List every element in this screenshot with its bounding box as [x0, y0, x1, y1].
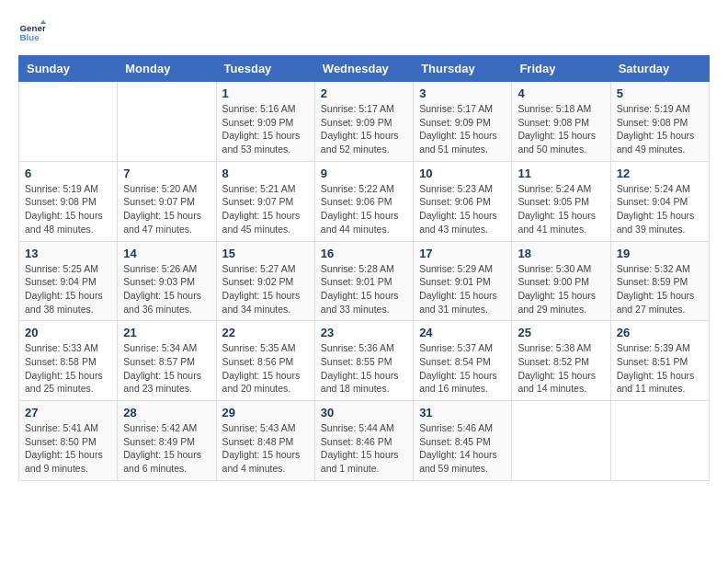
calendar-cell: 11Sunrise: 5:24 AM Sunset: 9:05 PM Dayli…	[512, 161, 610, 241]
calendar-cell: 4Sunrise: 5:18 AM Sunset: 9:08 PM Daylig…	[512, 82, 610, 162]
calendar-cell: 1Sunrise: 5:16 AM Sunset: 9:09 PM Daylig…	[216, 82, 314, 162]
calendar-cell: 6Sunrise: 5:19 AM Sunset: 9:08 PM Daylig…	[19, 161, 118, 241]
day-number: 27	[25, 406, 111, 419]
day-info: Sunrise: 5:18 AM Sunset: 9:08 PM Dayligh…	[518, 102, 604, 156]
day-info: Sunrise: 5:19 AM Sunset: 9:08 PM Dayligh…	[617, 102, 703, 156]
calendar-cell: 24Sunrise: 5:37 AM Sunset: 8:54 PM Dayli…	[414, 321, 512, 401]
svg-text:General: General	[20, 23, 47, 33]
calendar-cell: 25Sunrise: 5:38 AM Sunset: 8:52 PM Dayli…	[512, 321, 610, 401]
day-number: 8	[222, 167, 309, 180]
calendar-cell: 7Sunrise: 5:20 AM Sunset: 9:07 PM Daylig…	[118, 161, 216, 241]
day-info: Sunrise: 5:25 AM Sunset: 9:04 PM Dayligh…	[25, 262, 111, 316]
calendar-week-row: 13Sunrise: 5:25 AM Sunset: 9:04 PM Dayli…	[19, 241, 710, 321]
calendar-cell	[19, 82, 118, 162]
calendar-week-row: 27Sunrise: 5:41 AM Sunset: 8:50 PM Dayli…	[19, 401, 710, 481]
calendar-cell: 16Sunrise: 5:28 AM Sunset: 9:01 PM Dayli…	[314, 241, 413, 321]
svg-marker-2	[40, 20, 46, 25]
day-number: 5	[617, 86, 703, 100]
day-info: Sunrise: 5:17 AM Sunset: 9:09 PM Dayligh…	[419, 102, 506, 156]
day-number: 29	[222, 406, 309, 419]
calendar-cell: 2Sunrise: 5:17 AM Sunset: 9:09 PM Daylig…	[314, 82, 413, 162]
logo-icon: General Blue	[18, 18, 46, 46]
day-number: 2	[321, 86, 407, 100]
calendar-cell: 26Sunrise: 5:39 AM Sunset: 8:51 PM Dayli…	[610, 321, 709, 401]
calendar-header: SundayMondayTuesdayWednesdayThursdayFrid…	[19, 56, 710, 82]
day-number: 1	[222, 86, 309, 100]
calendar-cell: 8Sunrise: 5:21 AM Sunset: 9:07 PM Daylig…	[216, 161, 314, 241]
day-number: 13	[25, 247, 111, 260]
day-number: 25	[518, 326, 604, 339]
day-number: 6	[25, 167, 111, 180]
day-number: 22	[222, 326, 309, 339]
calendar-cell: 19Sunrise: 5:32 AM Sunset: 8:59 PM Dayli…	[610, 241, 709, 321]
calendar-cell: 9Sunrise: 5:22 AM Sunset: 9:06 PM Daylig…	[314, 161, 413, 241]
logo: General Blue	[18, 18, 48, 46]
calendar-cell	[512, 401, 610, 481]
day-info: Sunrise: 5:33 AM Sunset: 8:58 PM Dayligh…	[25, 341, 111, 396]
day-number: 11	[518, 167, 604, 180]
calendar-cell: 29Sunrise: 5:43 AM Sunset: 8:48 PM Dayli…	[216, 401, 314, 481]
day-info: Sunrise: 5:27 AM Sunset: 9:02 PM Dayligh…	[222, 262, 309, 316]
calendar: SundayMondayTuesdayWednesdayThursdayFrid…	[18, 55, 710, 481]
calendar-cell: 23Sunrise: 5:36 AM Sunset: 8:55 PM Dayli…	[314, 321, 413, 401]
day-number: 9	[321, 167, 407, 180]
day-number: 28	[123, 406, 210, 419]
svg-text:Blue: Blue	[20, 32, 40, 42]
calendar-cell: 17Sunrise: 5:29 AM Sunset: 9:01 PM Dayli…	[414, 241, 512, 321]
day-number: 14	[123, 247, 210, 260]
weekday-header: Friday	[512, 56, 610, 82]
calendar-week-row: 20Sunrise: 5:33 AM Sunset: 8:58 PM Dayli…	[19, 321, 710, 401]
day-info: Sunrise: 5:16 AM Sunset: 9:09 PM Dayligh…	[222, 102, 309, 156]
calendar-cell	[118, 82, 216, 162]
day-info: Sunrise: 5:22 AM Sunset: 9:06 PM Dayligh…	[321, 182, 407, 236]
weekday-header: Thursday	[414, 56, 512, 82]
day-info: Sunrise: 5:44 AM Sunset: 8:46 PM Dayligh…	[321, 421, 407, 476]
day-info: Sunrise: 5:17 AM Sunset: 9:09 PM Dayligh…	[321, 102, 407, 156]
day-info: Sunrise: 5:36 AM Sunset: 8:55 PM Dayligh…	[321, 341, 407, 396]
day-number: 26	[617, 326, 703, 339]
page-header: General Blue	[18, 18, 710, 46]
weekday-header: Monday	[118, 56, 216, 82]
weekday-header: Tuesday	[216, 56, 314, 82]
calendar-cell	[610, 401, 709, 481]
weekday-header-row: SundayMondayTuesdayWednesdayThursdayFrid…	[19, 56, 710, 82]
calendar-cell: 20Sunrise: 5:33 AM Sunset: 8:58 PM Dayli…	[19, 321, 118, 401]
calendar-cell: 18Sunrise: 5:30 AM Sunset: 9:00 PM Dayli…	[512, 241, 610, 321]
day-info: Sunrise: 5:21 AM Sunset: 9:07 PM Dayligh…	[222, 182, 309, 236]
calendar-cell: 28Sunrise: 5:42 AM Sunset: 8:49 PM Dayli…	[118, 401, 216, 481]
day-number: 18	[518, 247, 604, 260]
day-info: Sunrise: 5:37 AM Sunset: 8:54 PM Dayligh…	[419, 341, 506, 396]
weekday-header: Wednesday	[314, 56, 413, 82]
calendar-cell: 14Sunrise: 5:26 AM Sunset: 9:03 PM Dayli…	[118, 241, 216, 321]
calendar-cell: 10Sunrise: 5:23 AM Sunset: 9:06 PM Dayli…	[414, 161, 512, 241]
day-number: 12	[617, 167, 703, 180]
calendar-week-row: 6Sunrise: 5:19 AM Sunset: 9:08 PM Daylig…	[19, 161, 710, 241]
calendar-cell: 21Sunrise: 5:34 AM Sunset: 8:57 PM Dayli…	[118, 321, 216, 401]
day-number: 15	[222, 247, 309, 260]
day-number: 10	[419, 167, 506, 180]
day-number: 4	[518, 86, 604, 100]
day-number: 7	[123, 167, 210, 180]
calendar-cell: 3Sunrise: 5:17 AM Sunset: 9:09 PM Daylig…	[414, 82, 512, 162]
day-info: Sunrise: 5:42 AM Sunset: 8:49 PM Dayligh…	[123, 421, 210, 476]
day-info: Sunrise: 5:39 AM Sunset: 8:51 PM Dayligh…	[617, 341, 703, 396]
day-info: Sunrise: 5:26 AM Sunset: 9:03 PM Dayligh…	[123, 262, 210, 316]
calendar-cell: 31Sunrise: 5:46 AM Sunset: 8:45 PM Dayli…	[414, 401, 512, 481]
day-info: Sunrise: 5:24 AM Sunset: 9:04 PM Dayligh…	[617, 182, 703, 236]
day-info: Sunrise: 5:43 AM Sunset: 8:48 PM Dayligh…	[222, 421, 309, 476]
day-info: Sunrise: 5:30 AM Sunset: 9:00 PM Dayligh…	[518, 262, 604, 316]
calendar-body: 1Sunrise: 5:16 AM Sunset: 9:09 PM Daylig…	[19, 82, 710, 481]
day-number: 23	[321, 326, 407, 339]
calendar-cell: 27Sunrise: 5:41 AM Sunset: 8:50 PM Dayli…	[19, 401, 118, 481]
day-info: Sunrise: 5:24 AM Sunset: 9:05 PM Dayligh…	[518, 182, 604, 236]
day-info: Sunrise: 5:38 AM Sunset: 8:52 PM Dayligh…	[518, 341, 604, 396]
calendar-cell: 12Sunrise: 5:24 AM Sunset: 9:04 PM Dayli…	[610, 161, 709, 241]
day-number: 24	[419, 326, 506, 339]
day-number: 31	[419, 406, 506, 419]
weekday-header: Saturday	[610, 56, 709, 82]
calendar-cell: 30Sunrise: 5:44 AM Sunset: 8:46 PM Dayli…	[314, 401, 413, 481]
day-info: Sunrise: 5:29 AM Sunset: 9:01 PM Dayligh…	[419, 262, 506, 316]
day-info: Sunrise: 5:20 AM Sunset: 9:07 PM Dayligh…	[123, 182, 210, 236]
day-info: Sunrise: 5:28 AM Sunset: 9:01 PM Dayligh…	[321, 262, 407, 316]
day-number: 20	[25, 326, 111, 339]
